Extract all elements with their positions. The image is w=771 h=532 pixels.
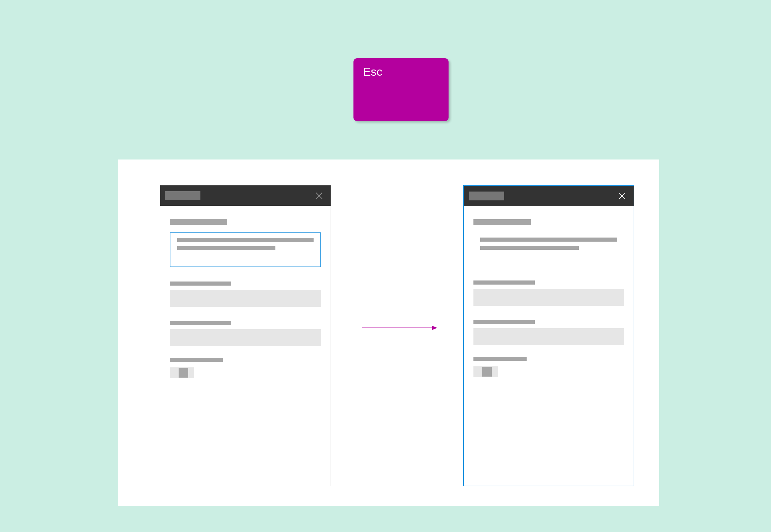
input-field-1[interactable] — [473, 289, 624, 306]
section-label-4 — [473, 357, 527, 361]
toggle-switch[interactable] — [473, 366, 498, 377]
text-line-1 — [177, 238, 314, 242]
toggle-knob — [179, 368, 188, 378]
section-label-4 — [170, 358, 223, 362]
close-icon[interactable] — [615, 189, 629, 203]
text-line-2 — [480, 246, 579, 250]
svg-marker-3 — [432, 326, 437, 330]
toggle-knob — [482, 367, 492, 377]
panel-before — [160, 185, 331, 486]
close-icon[interactable] — [312, 188, 326, 203]
transition-arrow — [362, 324, 437, 331]
panel-after — [463, 185, 634, 486]
esc-key-label: Esc — [363, 65, 382, 78]
titlebar — [160, 185, 331, 206]
section-label-2 — [170, 282, 231, 286]
section-label-3 — [473, 320, 535, 324]
esc-key[interactable]: Esc — [353, 58, 449, 121]
toggle-switch[interactable] — [170, 367, 194, 378]
panel-body — [464, 206, 634, 377]
section-label-1 — [473, 219, 531, 225]
text-line-1 — [480, 238, 617, 242]
titlebar — [464, 186, 634, 206]
description-box[interactable] — [473, 233, 624, 266]
title-placeholder — [165, 191, 200, 200]
input-field-2[interactable] — [473, 328, 624, 345]
title-placeholder — [469, 192, 504, 200]
text-line-2 — [177, 246, 275, 250]
description-box-focused[interactable] — [170, 232, 321, 267]
input-field-1[interactable] — [170, 290, 321, 307]
panel-body — [160, 206, 331, 378]
input-field-2[interactable] — [170, 329, 321, 346]
diagram-canvas — [118, 159, 659, 506]
section-label-3 — [170, 321, 231, 325]
section-label-1 — [170, 219, 227, 225]
section-label-2 — [473, 280, 535, 285]
